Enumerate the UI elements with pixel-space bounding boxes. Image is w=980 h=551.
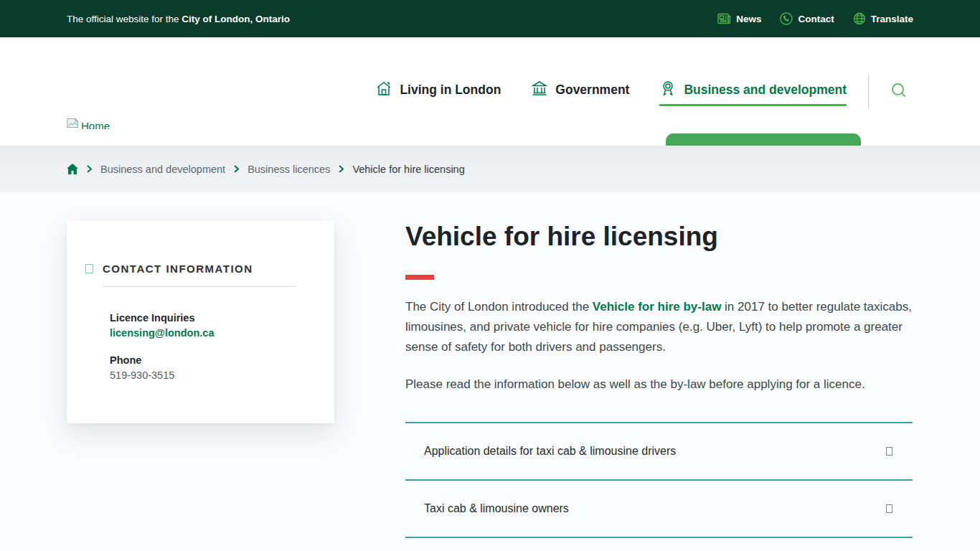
broken-image-icon — [67, 118, 79, 129]
accordion-item-drivers[interactable]: Application details for taxi cab & limou… — [405, 422, 913, 479]
contact-information-card: CONTACT INFORMATION Licence Inquiries li… — [67, 221, 334, 423]
breadcrumb-band: Business and development Business licenc… — [0, 146, 980, 192]
news-link[interactable]: News — [717, 13, 761, 24]
contact-label: Contact — [798, 14, 834, 24]
site-tagline: The official website for the City of Lon… — [67, 14, 290, 24]
main-header: Home Living in London Gov — [0, 37, 980, 146]
utility-links: News Contact Translate — [717, 12, 913, 25]
licensing-email-link[interactable]: licensing@london.ca — [110, 327, 334, 339]
chevron-right-icon — [339, 165, 344, 173]
logo-alt-text: Home — [81, 118, 110, 129]
contact-card-header: CONTACT INFORMATION — [85, 263, 334, 275]
globe-icon — [853, 12, 866, 25]
phone-label: Phone — [110, 354, 334, 366]
contact-card-title: CONTACT INFORMATION — [103, 263, 253, 275]
nav-divider — [868, 75, 869, 109]
translate-link[interactable]: Translate — [853, 12, 913, 25]
instruction-paragraph: Please read the information below as wel… — [405, 375, 913, 395]
contact-link[interactable]: Contact — [780, 12, 834, 25]
accordion-expand-icon — [886, 504, 892, 513]
breadcrumb-home-link[interactable] — [67, 164, 78, 174]
phone-icon — [780, 12, 793, 25]
utility-bar: The official website for the City of Lon… — [0, 0, 980, 37]
government-building-icon — [531, 80, 548, 100]
mega-menu-top-edge — [666, 133, 861, 146]
nav-item-living-in-london[interactable]: Living in London — [375, 77, 501, 106]
nav-item-business-and-development[interactable]: Business and development — [659, 77, 847, 106]
main-content: Vehicle for hire licensing The City of L… — [405, 192, 913, 538]
accordion: Application details for taxi cab & limou… — [405, 422, 913, 538]
page-body: CONTACT INFORMATION Licence Inquiries li… — [0, 192, 980, 551]
search-button[interactable] — [886, 77, 912, 106]
chevron-right-icon — [87, 165, 92, 173]
vehicle-for-hire-bylaw-link[interactable]: Vehicle for hire by-law — [593, 300, 722, 314]
contact-card-icon — [85, 264, 93, 273]
search-icon — [889, 80, 909, 100]
phone-number: 519-930-3515 — [110, 369, 334, 381]
house-icon — [375, 80, 392, 100]
phone-field: Phone 519-930-3515 — [110, 354, 334, 381]
contact-card-divider — [103, 286, 297, 287]
accordion-item-owners[interactable]: Taxi cab & limousine owners — [405, 479, 913, 537]
breadcrumb-business-licences[interactable]: Business licences — [248, 164, 330, 175]
accordion-expand-icon — [886, 447, 892, 456]
accordion-item-drivers-label: Application details for taxi cab & limou… — [424, 445, 676, 458]
breadcrumb-current-page: Vehicle for hire licensing — [352, 164, 464, 175]
licence-inquiries-field: Licence Inquiries licensing@london.ca — [110, 312, 334, 339]
nav-item-government[interactable]: Government — [531, 77, 629, 106]
intro-paragraph: The City of London introduced the Vehicl… — [405, 297, 913, 357]
home-logo-broken-image[interactable]: Home — [67, 118, 110, 129]
intro-text-before: The City of London introduced the — [405, 300, 593, 314]
breadcrumb: Business and development Business licenc… — [67, 164, 465, 175]
primary-nav: Living in London Government Business a — [345, 37, 912, 146]
translate-label: Translate — [871, 14, 913, 24]
home-icon — [67, 164, 78, 174]
accordion-item-owners-label: Taxi cab & limousine owners — [424, 502, 569, 515]
nav-label-business-and-development: Business and development — [684, 83, 847, 98]
contact-card-body: Licence Inquiries licensing@london.ca Ph… — [110, 312, 334, 381]
page-title: Vehicle for hire licensing — [405, 221, 913, 253]
title-accent-bar — [405, 275, 434, 280]
news-label: News — [736, 14, 761, 24]
nav-label-living-in-london: Living in London — [400, 83, 501, 98]
chevron-right-icon — [234, 165, 239, 173]
business-person-icon — [659, 80, 677, 100]
news-icon — [717, 13, 731, 24]
licence-inquiries-label: Licence Inquiries — [110, 312, 334, 324]
nav-label-government: Government — [555, 83, 629, 98]
breadcrumb-business-and-development[interactable]: Business and development — [100, 164, 225, 175]
